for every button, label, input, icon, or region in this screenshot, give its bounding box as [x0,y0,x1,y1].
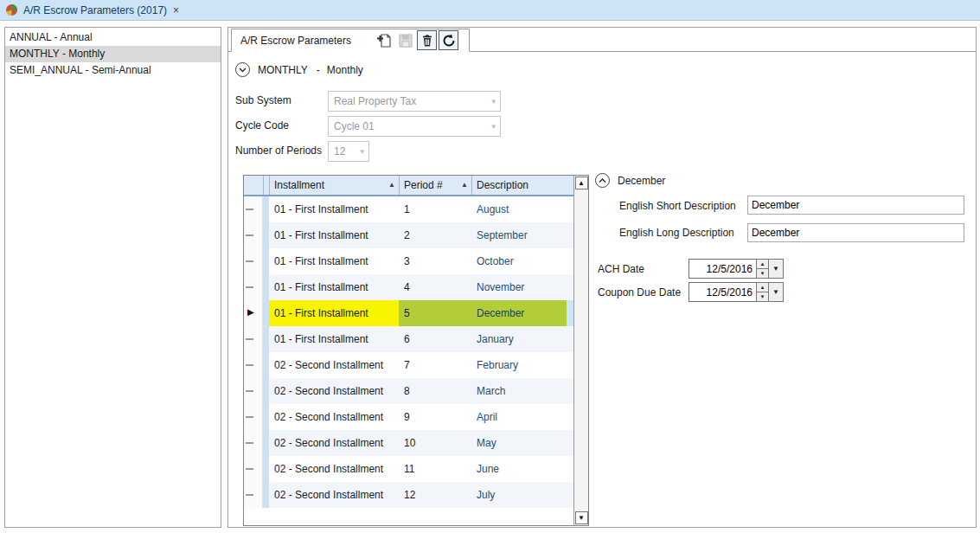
cell-period[interactable]: 3 [399,248,471,274]
cycle-code-value: Cycle 01 [334,120,375,132]
save-button[interactable] [395,30,415,50]
cell-description[interactable]: April [471,404,567,430]
cell-installment[interactable]: 01 - First Installment [269,300,399,326]
cell-period[interactable]: 9 [399,404,471,430]
spin-down-button[interactable]: ▼ [756,269,769,279]
table-row[interactable]: 01 - First Installment3October [244,248,573,274]
column-header-period[interactable]: Period # ▲ [399,176,471,195]
table-row[interactable]: 02 - Second Installment11June [244,456,573,482]
collapse-section-button[interactable] [235,62,250,77]
row-selector[interactable] [244,196,263,222]
cell-installment[interactable]: 01 - First Installment [269,326,399,352]
sidebar-item[interactable]: SEMI_ANNUAL - Semi-Annual [5,62,221,79]
cell-installment[interactable]: 01 - First Installment [269,248,399,274]
coupon-due-date-calendar-dropdown[interactable]: ▼ [769,282,784,302]
cell-period[interactable]: 6 [399,326,471,352]
cell-installment[interactable]: 02 - Second Installment [269,378,399,404]
table-row[interactable]: 02 - Second Installment8March [244,378,573,404]
cell-installment[interactable]: 01 - First Installment [269,222,399,248]
spin-up-button[interactable]: ▲ [756,259,769,269]
cell-installment[interactable]: 01 - First Installment [269,196,399,222]
row-selector[interactable] [244,482,263,508]
cell-description[interactable]: June [471,456,567,482]
tab-ar-escrow-parameters[interactable]: A/R Escrow Parameters [231,29,470,52]
row-selector[interactable] [244,404,263,430]
cell-period[interactable]: 2 [399,222,471,248]
frozen-band [263,326,269,352]
sidebar-item[interactable]: ANNUAL - Annual [5,29,221,46]
english-short-description-field[interactable] [747,196,964,215]
table-row[interactable]: 02 - Second Installment12July [244,482,573,508]
cell-description[interactable]: January [471,326,567,352]
scroll-down-button[interactable]: ▼ [575,511,588,524]
cell-period[interactable]: 11 [399,456,471,482]
cell-period[interactable]: 10 [399,430,471,456]
cell-description[interactable]: February [471,352,567,378]
chevron-down-icon [239,67,247,73]
cell-description[interactable]: September [471,222,567,248]
spin-down-button[interactable]: ▼ [756,292,769,302]
sub-system-dropdown[interactable]: Real Property Tax ▾ [328,91,501,112]
cell-description[interactable]: August [471,196,567,222]
english-long-description-field[interactable] [747,223,964,242]
current-row-marker[interactable]: ▶ [244,300,263,326]
vertical-scrollbar[interactable]: ▲ ▼ [573,176,588,525]
row-selector[interactable] [244,248,263,274]
cell-description[interactable]: October [471,248,567,274]
cell-installment[interactable]: 02 - Second Installment [269,404,399,430]
cell-period[interactable]: 7 [399,352,471,378]
cell-period[interactable]: 12 [399,482,471,508]
row-dash-icon [246,442,253,444]
column-header-installment[interactable]: Installment ▲ [269,176,399,195]
cell-period[interactable]: 4 [399,274,471,300]
cycle-code-dropdown[interactable]: Cycle 01 ▾ [328,116,501,137]
cell-period[interactable]: 1 [399,196,471,222]
cell-period[interactable]: 8 [399,378,471,404]
cell-installment[interactable]: 02 - Second Installment [269,430,399,456]
refresh-button[interactable] [439,30,458,50]
row-filler [567,378,573,404]
cell-description[interactable]: July [471,482,567,508]
number-of-periods-dropdown[interactable]: 12 ▾ [328,141,369,162]
column-header-label: Installment [274,176,324,195]
ach-date-calendar-dropdown[interactable]: ▼ [769,259,784,279]
table-row[interactable]: 01 - First Installment2September [244,222,573,248]
chevron-down-icon: ▾ [491,97,496,106]
table-row[interactable]: 02 - Second Installment9April [244,404,573,430]
add-record-button[interactable] [374,30,394,50]
row-filler [567,222,573,248]
cell-description[interactable]: March [471,378,567,404]
collapse-detail-button[interactable] [595,173,610,188]
row-selector[interactable] [244,430,263,456]
table-row[interactable]: 01 - First Installment6January [244,326,573,352]
table-row[interactable]: 02 - Second Installment10May [244,430,573,456]
row-selector[interactable] [244,352,263,378]
frozen-band [263,482,269,508]
spin-up-button[interactable]: ▲ [756,282,769,292]
cell-installment[interactable]: 02 - Second Installment [269,482,399,508]
row-selector[interactable] [244,456,263,482]
table-row[interactable]: 02 - Second Installment7February [244,352,573,378]
table-row[interactable]: 01 - First Installment4November [244,274,573,300]
close-tab-icon[interactable]: × [173,4,179,16]
coupon-due-date-field[interactable] [689,282,756,302]
table-row[interactable]: 01 - First Installment1August [244,196,573,222]
row-selector[interactable] [244,326,263,352]
row-selector[interactable] [244,274,263,300]
table-row[interactable]: ▶01 - First Installment5December [244,300,573,326]
scroll-up-button[interactable]: ▲ [575,177,588,189]
cell-installment[interactable]: 02 - Second Installment [269,352,399,378]
cell-installment[interactable]: 02 - Second Installment [269,456,399,482]
ach-date-field[interactable] [689,259,756,279]
cell-installment[interactable]: 01 - First Installment [269,274,399,300]
column-header-description[interactable]: Description [471,176,573,195]
cell-description[interactable]: December [471,300,567,326]
delete-button[interactable] [417,30,437,50]
cell-description[interactable]: May [471,430,567,456]
cell-period[interactable]: 5 [399,300,471,326]
row-selector[interactable] [244,378,263,404]
row-selector[interactable] [244,222,263,248]
document-tab-title[interactable]: A/R Escrow Parameters (2017) [23,4,167,16]
sidebar-item[interactable]: MONTHLY - Monthly [5,46,221,62]
cell-description[interactable]: November [471,274,567,300]
